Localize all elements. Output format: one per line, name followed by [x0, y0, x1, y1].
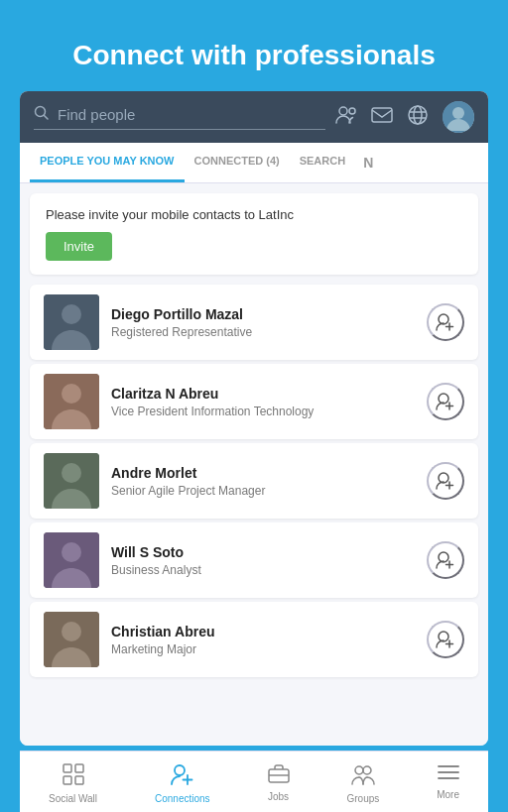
- connect-button[interactable]: [427, 541, 464, 579]
- connect-button[interactable]: [427, 621, 464, 658]
- person-info: Andre Morlet Senior Agile Project Manage…: [111, 465, 415, 498]
- svg-point-3: [349, 108, 355, 114]
- person-name: Will S Soto: [111, 544, 415, 560]
- jobs-icon: [268, 763, 290, 788]
- person-title: Vice President Information Technology: [111, 405, 415, 418]
- tab-connected[interactable]: CONNECTED (4): [185, 143, 290, 182]
- nav-groups[interactable]: Groups: [336, 759, 389, 808]
- list-item: Diego Portillo Mazal Registered Represen…: [30, 285, 478, 360]
- user-avatar[interactable]: [443, 101, 474, 133]
- avatar: [44, 612, 99, 667]
- svg-point-47: [363, 766, 371, 774]
- person-name: Christian Abreu: [111, 624, 415, 639]
- svg-point-22: [62, 463, 81, 483]
- svg-rect-4: [372, 108, 392, 122]
- connect-button[interactable]: [427, 462, 464, 500]
- invite-banner: Please invite your mobile contacts to La…: [30, 193, 478, 275]
- groups-label: Groups: [346, 793, 379, 804]
- svg-point-6: [414, 106, 422, 124]
- svg-rect-37: [75, 764, 83, 772]
- person-name: Andre Morlet: [111, 465, 415, 481]
- connect-button[interactable]: [427, 383, 464, 420]
- svg-rect-36: [64, 764, 71, 772]
- message-icon[interactable]: [371, 106, 393, 129]
- connections-icon: [171, 763, 194, 790]
- nav-connections[interactable]: Connections: [145, 759, 220, 808]
- connect-button[interactable]: [427, 303, 464, 341]
- svg-point-46: [355, 766, 363, 774]
- svg-point-32: [62, 622, 81, 641]
- person-name: Claritza N Abreu: [111, 386, 415, 402]
- tabs-row: PEOPLE YOU MAY KNOW CONNECTED (4) SEARCH…: [20, 143, 488, 183]
- groups-icon: [351, 763, 375, 790]
- avatar: [44, 294, 99, 350]
- svg-rect-38: [64, 776, 71, 784]
- list-item: Christian Abreu Marketing Major: [30, 602, 478, 677]
- person-info: Claritza N Abreu Vice President Informat…: [111, 386, 415, 418]
- nav-more[interactable]: More: [427, 759, 469, 808]
- search-input[interactable]: [58, 106, 325, 123]
- person-info: Will S Soto Business Analyst: [111, 544, 415, 577]
- people-icon[interactable]: [335, 106, 357, 129]
- bottom-nav: Social Wall Connections Jobs: [20, 751, 488, 812]
- person-info: Diego Portillo Mazal Registered Represen…: [111, 306, 415, 339]
- svg-rect-39: [75, 776, 83, 784]
- more-icon: [438, 763, 459, 786]
- search-input-wrapper[interactable]: [34, 105, 325, 130]
- list-item: Claritza N Abreu Vice President Informat…: [30, 364, 478, 439]
- svg-point-5: [409, 106, 427, 124]
- tab-more[interactable]: N: [355, 143, 381, 182]
- avatar: [44, 532, 99, 588]
- tab-search[interactable]: SEARCH: [290, 143, 355, 182]
- more-label: More: [437, 789, 459, 800]
- svg-line-1: [45, 115, 49, 119]
- list-item: Will S Soto Business Analyst: [30, 522, 478, 598]
- list-item: Andre Morlet Senior Agile Project Manage…: [30, 443, 478, 519]
- person-title: Senior Agile Project Manager: [111, 484, 415, 498]
- svg-point-2: [339, 107, 347, 115]
- connections-label: Connections: [155, 793, 210, 804]
- person-title: Marketing Major: [111, 642, 415, 656]
- avatar: [44, 374, 99, 429]
- person-title: Registered Representative: [111, 325, 415, 339]
- person-name: Diego Portillo Mazal: [111, 306, 415, 322]
- nav-social-wall[interactable]: Social Wall: [39, 759, 107, 808]
- search-icon: [34, 105, 50, 125]
- person-title: Business Analyst: [111, 563, 415, 577]
- globe-icon[interactable]: [407, 104, 429, 131]
- social-wall-label: Social Wall: [49, 793, 97, 804]
- content-area: Please invite your mobile contacts to La…: [20, 183, 488, 746]
- invite-text: Please invite your mobile contacts to La…: [46, 207, 462, 222]
- nav-icons: [335, 101, 474, 133]
- svg-point-12: [62, 304, 81, 324]
- app-card: PEOPLE YOU MAY KNOW CONNECTED (4) SEARCH…: [20, 91, 488, 746]
- avatar: [44, 453, 99, 509]
- jobs-label: Jobs: [268, 791, 289, 802]
- nav-jobs[interactable]: Jobs: [258, 759, 300, 808]
- social-wall-icon: [63, 763, 84, 790]
- svg-point-27: [62, 542, 81, 562]
- person-info: Christian Abreu Marketing Major: [111, 624, 415, 656]
- search-bar: [20, 91, 488, 143]
- invite-button[interactable]: Invite: [46, 232, 112, 261]
- svg-point-40: [175, 765, 185, 775]
- header: Connect with professionals: [0, 0, 508, 91]
- svg-point-17: [62, 384, 81, 404]
- tab-people-you-may-know[interactable]: PEOPLE YOU MAY KNOW: [30, 143, 185, 182]
- page-title: Connect with professionals: [20, 40, 488, 71]
- svg-point-10: [452, 107, 464, 119]
